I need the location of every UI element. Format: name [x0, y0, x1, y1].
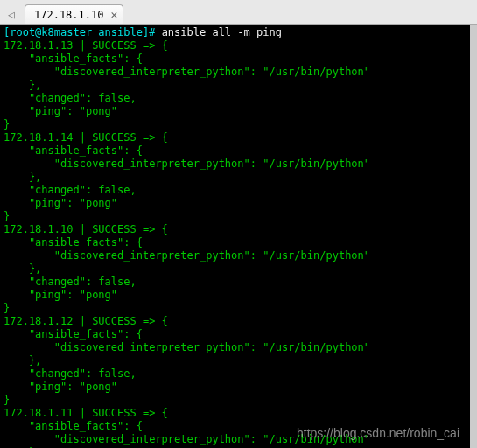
terminal-segment: 172.18.1.11 | SUCCESS => { [4, 407, 168, 419]
terminal-line: "ansible_facts": { [4, 52, 466, 66]
terminal-line: "ansible_facts": { [4, 328, 466, 341]
terminal-line: "changed": false, [4, 184, 466, 197]
terminal-line: "ping": "pong" [4, 289, 466, 302]
terminal-line: "discovered_interpreter_python": "/usr/b… [4, 158, 466, 171]
terminal-line: "changed": false, [4, 92, 466, 105]
terminal-segment: "ping": "pong" [4, 289, 117, 301]
terminal-segment: 172.18.1.13 | SUCCESS => { [4, 39, 168, 52]
terminal-segment: ansible all -m ping [162, 26, 282, 38]
terminal-line: 172.18.1.13 | SUCCESS => { [4, 39, 466, 52]
terminal-segment: } [4, 394, 10, 406]
terminal-line: }, [4, 79, 466, 92]
terminal-segment: } [4, 302, 10, 314]
terminal-line: 172.18.1.11 | SUCCESS => { [4, 407, 466, 420]
terminal-segment: "ansible_facts": { [4, 328, 143, 340]
terminal-segment: 172.18.1.10 | SUCCESS => { [4, 223, 168, 235]
terminal-output[interactable]: [root@k8master ansible]# ansible all -m … [0, 24, 477, 448]
terminal-line: } [4, 210, 466, 223]
terminal-segment: "discovered_interpreter_python": "/usr/b… [4, 158, 370, 170]
terminal-line: "ping": "pong" [4, 381, 466, 394]
terminal-line: "discovered_interpreter_python": "/usr/b… [4, 341, 466, 354]
terminal-segment: "ansible_facts": { [4, 144, 143, 157]
close-icon[interactable]: ✕ [110, 9, 117, 20]
terminal-line: "discovered_interpreter_python": "/usr/b… [4, 66, 466, 79]
terminal-line: } [4, 394, 466, 407]
terminal-segment: } [4, 210, 10, 222]
tab-title: 172.18.1.10 [34, 9, 103, 21]
terminal-line: "ansible_facts": { [4, 144, 466, 158]
terminal-segment: "discovered_interpreter_python": "/usr/b… [4, 341, 370, 354]
terminal-segment: "changed": false, [4, 92, 137, 104]
terminal-line: "ping": "pong" [4, 197, 466, 210]
terminal-segment: } [4, 118, 10, 130]
terminal-line: "ansible_facts": { [4, 420, 466, 433]
terminal-line: 172.18.1.12 | SUCCESS => { [4, 315, 466, 328]
terminal-line: }, [4, 354, 466, 368]
terminal-segment: "ping": "pong" [4, 105, 117, 117]
tab-active[interactable]: 172.18.1.10 ✕ [25, 4, 123, 24]
terminal-line: } [4, 302, 466, 315]
terminal-segment: }, [4, 171, 41, 183]
terminal-line: "changed": false, [4, 276, 466, 289]
terminal-segment: "discovered_interpreter_python": "/usr/b… [4, 66, 370, 78]
terminal-segment: "changed": false, [4, 184, 137, 196]
terminal-segment: }, [4, 354, 41, 367]
terminal-segment: [root@k8master ansible]# [4, 26, 162, 38]
terminal-line: [root@k8master ansible]# ansible all -m … [4, 26, 466, 39]
terminal-segment: }, [4, 79, 41, 91]
terminal-segment: "ping": "pong" [4, 381, 117, 393]
tab-nav-left-icon[interactable]: ◁ [4, 4, 19, 24]
terminal-line: "discovered_interpreter_python": "/usr/b… [4, 249, 466, 262]
terminal-line: }, [4, 171, 466, 184]
terminal-segment: "ansible_facts": { [4, 52, 143, 65]
terminal-segment: "changed": false, [4, 368, 137, 380]
terminal-segment: 172.18.1.14 | SUCCESS => { [4, 131, 168, 144]
terminal-line: 172.18.1.10 | SUCCESS => { [4, 223, 466, 236]
terminal-line: "discovered_interpreter_python": "/usr/b… [4, 433, 466, 446]
terminal-segment: }, [4, 262, 41, 275]
terminal-segment: "discovered_interpreter_python": "/usr/b… [4, 249, 370, 262]
terminal-line: "changed": false, [4, 368, 466, 381]
terminal-segment: "changed": false, [4, 276, 137, 288]
terminal-line: } [4, 118, 466, 131]
terminal-segment: "ansible_facts": { [4, 420, 143, 432]
terminal-segment: "discovered_interpreter_python": "/usr/b… [4, 433, 370, 445]
tab-bar: ◁ 172.18.1.10 ✕ [0, 0, 477, 24]
terminal-line: }, [4, 262, 466, 276]
terminal-line: "ansible_facts": { [4, 236, 466, 249]
terminal-segment: "ping": "pong" [4, 197, 117, 209]
terminal-line: "ping": "pong" [4, 105, 466, 118]
terminal-segment: 172.18.1.12 | SUCCESS => { [4, 315, 168, 327]
terminal-segment: "ansible_facts": { [4, 236, 143, 248]
terminal-line: 172.18.1.14 | SUCCESS => { [4, 131, 466, 144]
